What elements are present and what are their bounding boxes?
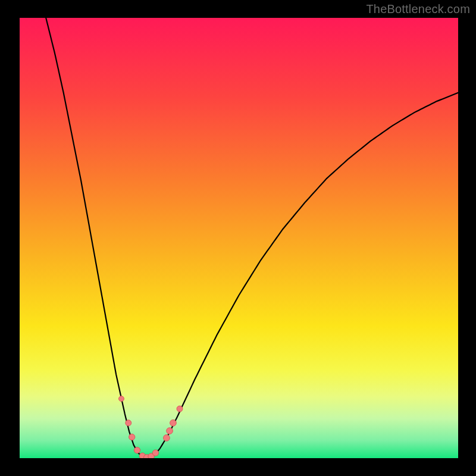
marker-dot	[170, 419, 177, 426]
marker-dot	[167, 428, 173, 434]
marker-dot	[152, 450, 158, 456]
marker-dot	[126, 420, 131, 426]
marker-dot	[134, 447, 140, 453]
watermark-label: TheBottleneck.com	[366, 2, 470, 16]
bottleneck-chart	[0, 0, 476, 476]
marker-dot	[129, 434, 134, 440]
marker-dot	[118, 396, 124, 402]
marker-dot	[163, 435, 170, 441]
marker-dot	[177, 406, 183, 412]
chart-stage: TheBottleneck.com	[0, 0, 476, 476]
gradient-background	[20, 18, 458, 458]
